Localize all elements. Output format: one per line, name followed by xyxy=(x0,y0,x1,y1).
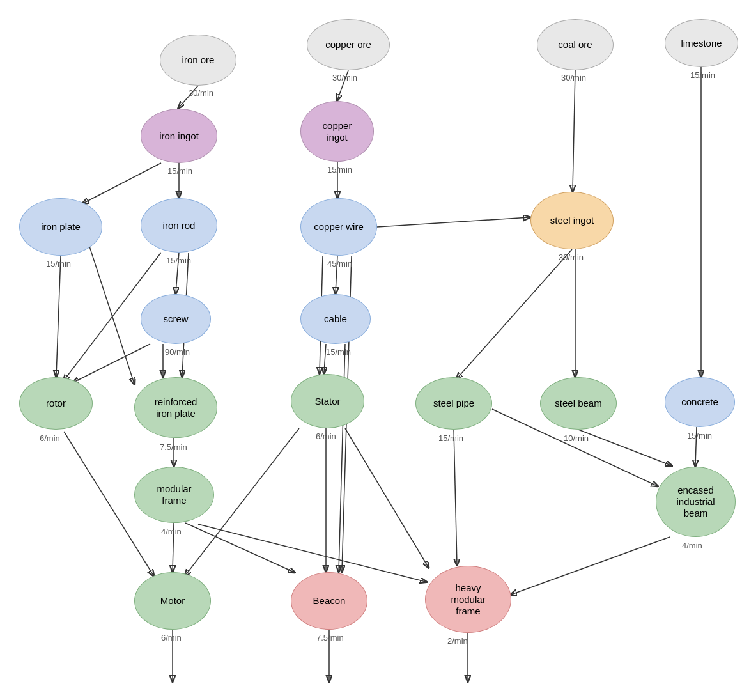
node-iron_plate: iron plate xyxy=(19,198,102,256)
node-steel_pipe: steel pipe xyxy=(415,377,492,430)
diagram: iron orecopper orecoal orelimestoneiron … xyxy=(0,0,742,700)
node-steel_ingot: steel ingot xyxy=(530,192,614,249)
node-enc_beam: encasedindustrialbeam xyxy=(656,467,736,537)
node-mod_frame: modularframe xyxy=(134,467,214,523)
svg-line-4 xyxy=(83,163,161,203)
rate-beacon_rate: 7.5/min xyxy=(316,633,344,642)
node-heavy_mod: heavymodularframe xyxy=(425,566,511,633)
svg-line-2 xyxy=(573,70,575,191)
svg-line-7 xyxy=(377,217,529,227)
svg-line-17 xyxy=(457,249,572,378)
rate-copper_ingot_rate: 15/min xyxy=(327,165,352,175)
node-reinf_iron: reinforcediron plate xyxy=(134,377,217,438)
svg-line-27 xyxy=(185,523,294,572)
svg-line-21 xyxy=(578,430,671,465)
rate-limestone_rate: 15/min xyxy=(690,70,715,80)
rate-screw_rate: 90/min xyxy=(165,347,190,357)
rate-rotor_rate: 6/min xyxy=(40,433,60,443)
rate-steel_pipe_rate: 15/min xyxy=(438,433,463,443)
svg-line-10 xyxy=(56,256,61,376)
node-limestone: limestone xyxy=(665,19,738,67)
rate-enc_beam_rate: 4/min xyxy=(682,541,702,550)
node-stator: Stator xyxy=(291,374,364,428)
rate-reinf_rate: 7.5/min xyxy=(160,442,187,452)
node-iron_ingot: iron ingot xyxy=(141,109,217,163)
rate-iron_plate_rate: 15/min xyxy=(46,259,71,268)
node-motor: Motor xyxy=(134,572,211,630)
svg-line-34 xyxy=(345,428,428,567)
rate-iron_ingot_rate: 15/min xyxy=(167,166,192,176)
node-iron_rod: iron rod xyxy=(141,198,217,253)
rate-concrete_rate: 15/min xyxy=(687,431,712,440)
node-concrete: concrete xyxy=(665,377,735,427)
node-copper_wire: copper wire xyxy=(300,198,377,256)
arrows-svg xyxy=(0,0,742,700)
rate-copper_ore_rate: 30/min xyxy=(332,73,357,82)
svg-line-31 xyxy=(198,524,426,582)
rate-mod_frame_rate: 4/min xyxy=(161,527,182,536)
rate-steel_ingot_rate: 30/min xyxy=(559,253,584,262)
node-steel_beam: steel beam xyxy=(540,377,617,430)
node-iron_ore: iron ore xyxy=(160,35,236,86)
rate-cable_rate: 15/min xyxy=(326,347,351,357)
node-rotor: rotor xyxy=(19,377,93,430)
svg-line-33 xyxy=(511,537,670,595)
rate-iron_ore_rate: 30/min xyxy=(189,88,213,98)
rate-copper_wire_rate: 45/min xyxy=(327,259,352,268)
rate-heavy_mod_rate: 2/min xyxy=(447,636,468,646)
rate-motor_rate: 6/min xyxy=(161,633,182,642)
rate-steel_beam_rate: 10/min xyxy=(564,433,589,443)
node-beacon: Beacon xyxy=(291,572,367,630)
rate-coal_ore_rate: 30/min xyxy=(561,73,586,82)
svg-line-32 xyxy=(454,430,457,564)
rate-stator_rate: 6/min xyxy=(316,432,336,441)
node-screw: screw xyxy=(141,294,211,344)
rate-iron_rod_rate: 15/min xyxy=(166,256,191,265)
node-coal_ore: coal ore xyxy=(537,19,614,70)
node-copper_ore: copper ore xyxy=(307,19,390,70)
node-cable: cable xyxy=(300,294,371,344)
svg-line-14 xyxy=(73,344,150,382)
svg-line-11 xyxy=(83,227,134,384)
node-copper_ingot: copperingot xyxy=(300,101,374,162)
